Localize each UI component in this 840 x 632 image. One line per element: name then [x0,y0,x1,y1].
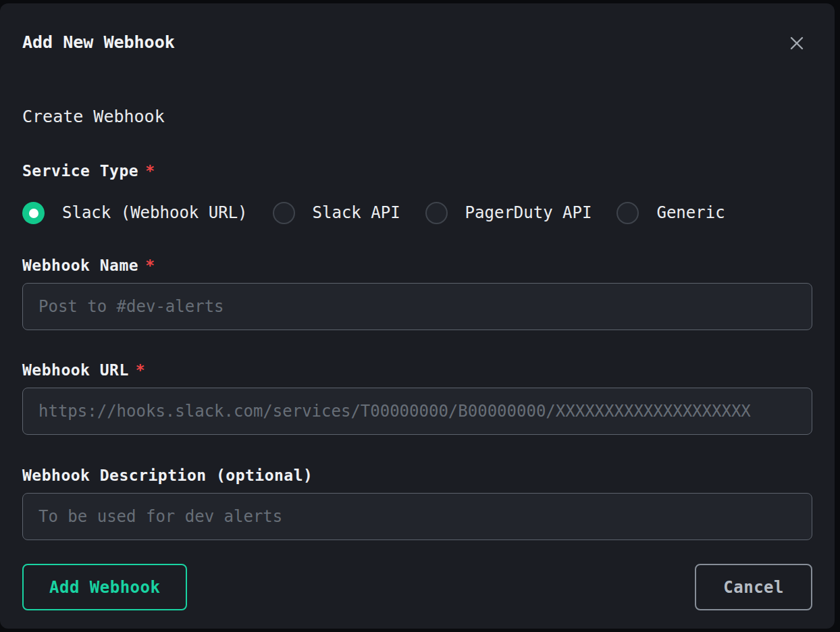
section-heading: Create Webhook [22,106,812,127]
service-type-label-text: Service Type [22,162,138,180]
webhook-url-label-text: Webhook URL [22,361,129,379]
radio-option-label: Slack API [313,202,400,224]
service-type-radio-group: Slack (Webhook URL) Slack API PagerDuty … [22,202,812,224]
modal-footer: Add Webhook Cancel [22,564,812,610]
webhook-url-input[interactable] [22,388,812,435]
radio-button-icon [22,202,45,224]
radio-option-generic[interactable]: Generic [616,202,725,224]
radio-option-slack-api[interactable]: Slack API [273,202,400,224]
modal-title: Add New Webhook [22,32,175,53]
webhook-description-input[interactable] [22,493,812,540]
close-icon [787,33,807,53]
cancel-button[interactable]: Cancel [695,564,812,610]
radio-button-icon [273,202,295,224]
radio-option-slack-webhook-url[interactable]: Slack (Webhook URL) [22,202,248,224]
required-asterisk: * [145,162,155,180]
radio-option-label: Slack (Webhook URL) [62,202,248,224]
modal-header: Add New Webhook [22,32,812,55]
webhook-name-input[interactable] [22,283,812,330]
radio-button-icon [425,202,448,224]
add-webhook-modal: Add New Webhook Create Webhook Service T… [0,3,835,629]
webhook-description-label: Webhook Description (optional) [22,465,812,486]
radio-option-label: PagerDuty API [465,202,592,224]
required-asterisk: * [136,361,145,379]
radio-option-label: Generic [656,202,725,224]
webhook-description-label-text: Webhook Description (optional) [22,467,313,484]
radio-option-pagerduty-api[interactable]: PagerDuty API [425,202,592,224]
radio-button-icon [616,202,639,224]
webhook-name-label: Webhook Name* [22,255,812,276]
required-asterisk: * [145,257,155,274]
add-webhook-button[interactable]: Add Webhook [22,564,187,610]
webhook-url-label: Webhook URL* [22,360,812,381]
webhook-name-label-text: Webhook Name [22,257,138,274]
service-type-label: Service Type* [22,161,812,182]
close-button[interactable] [785,32,808,55]
